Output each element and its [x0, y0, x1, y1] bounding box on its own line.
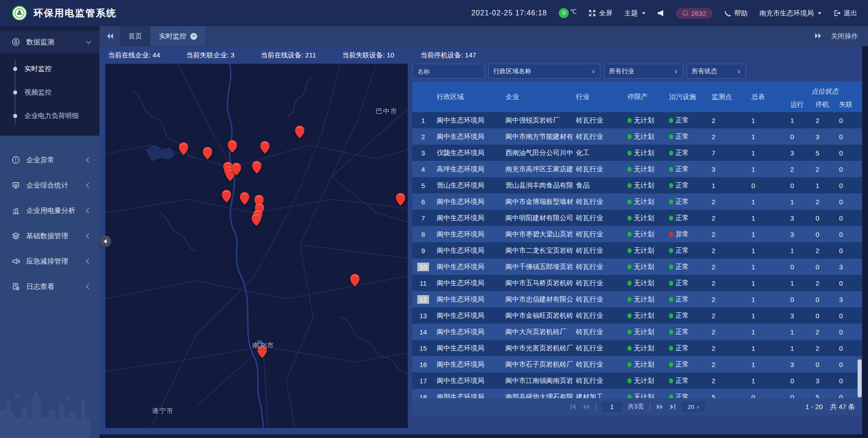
page-size-select[interactable]: 20 ∨: [682, 401, 705, 412]
status-select[interactable]: 所有状态∨: [687, 64, 746, 79]
table-row[interactable]: 2阆中生态环境局阆中市南方节能建材有砖瓦行业无计划正常21030: [412, 128, 862, 145]
map-pin[interactable]: [222, 190, 231, 204]
map-pin[interactable]: [295, 126, 305, 140]
map-pin[interactable]: [251, 213, 261, 228]
cell-stop: 0: [813, 214, 836, 222]
table-row[interactable]: 7阆中生态环境局阆中明阳建材有限公司砖瓦行业无计划正常21300: [412, 210, 862, 226]
cell-region: 阆中生态环境局: [434, 344, 503, 353]
tab-label: 实时监控: [159, 32, 186, 41]
map-pin[interactable]: [260, 141, 270, 155]
sidebar-subitem[interactable]: 视频监控: [0, 80, 99, 104]
tab-首页[interactable]: 首页: [120, 26, 150, 46]
table-row[interactable]: 1阆中生态环境局阆中强锐页岩砖厂砖瓦行业无计划正常21120: [412, 112, 862, 128]
cell-lost: 0: [836, 231, 862, 238]
logout-button[interactable]: 退出: [833, 9, 857, 18]
notifications-badge[interactable]: 2632: [676, 8, 712, 19]
filters: 行政区域名称∨ 所有行业∨ 所有状态∨: [412, 64, 862, 79]
chevron-down-icon: [86, 38, 91, 43]
first-page-button[interactable]: [570, 404, 576, 410]
cell-company: 阆中市忠信建材有限公: [503, 295, 573, 304]
table-row[interactable]: 11阆中生态环境局阆中市五马桥页岩机砖砖瓦行业无计划正常21120: [412, 275, 862, 291]
tabs-scroll-right-button[interactable]: [814, 33, 822, 40]
table-row[interactable]: 12阆中生态环境局阆中市忠信建材有限公砖瓦行业无计划正常21003: [412, 291, 862, 307]
next-page-button[interactable]: [656, 404, 664, 410]
col-company: 企业: [503, 81, 573, 112]
table-row[interactable]: 14阆中生态环境局阆中大兴页岩机砖厂砖瓦行业无计划正常21120: [412, 324, 862, 340]
tab-实时监控[interactable]: 实时监控✕: [151, 26, 205, 46]
close-icon[interactable]: ✕: [190, 33, 197, 40]
table-scrollbar[interactable]: [858, 359, 862, 397]
chevron-down-icon: [818, 12, 821, 14]
cell-meter: 1: [749, 247, 788, 254]
sidebar-item-label: 企业用电量分析: [26, 206, 75, 216]
map-pin[interactable]: [252, 161, 261, 175]
table-row[interactable]: 10阆中生态环境局阆中千佛镇五郎垭页岩砖瓦行业无计划正常21003: [412, 259, 862, 275]
prev-page-button[interactable]: [582, 404, 590, 410]
cell-industry: 砖瓦行业: [573, 214, 625, 222]
cell-stop: 3: [813, 133, 836, 141]
close-operations-button[interactable]: 关闭操作: [831, 32, 858, 41]
cell-facility: 异常: [666, 230, 709, 239]
page-number-input[interactable]: [602, 401, 622, 412]
table-body: 1阆中生态环境局阆中强锐页岩砖厂砖瓦行业无计划正常211202阆中生态环境局阆中…: [412, 112, 862, 398]
sidebar-item-2[interactable]: 企业综合统计: [0, 173, 99, 198]
table-row[interactable]: 5营山生态环境局营山县润丰肉食品有限食品无计划正常10010: [412, 177, 862, 193]
table-row[interactable]: 4高坪生态环境局南充市高坪区王家店建砖瓦行业无计划正常31220: [412, 161, 862, 177]
table-row[interactable]: 3仪陇生态环境局西南油气田分公司川中化工无计划正常71350: [412, 145, 862, 161]
map-roads: [105, 64, 408, 428]
table-row[interactable]: 13阆中生态环境局阆中市金福旺页岩机砖砖瓦行业无计划正常21300: [412, 307, 862, 324]
status-dot-icon: [627, 378, 632, 383]
map-pin[interactable]: [240, 192, 249, 207]
theme-menu[interactable]: 主题: [624, 9, 646, 18]
sidebar-item-6[interactable]: 日志查看: [0, 274, 99, 299]
map-pin[interactable]: [179, 142, 188, 157]
map-pin[interactable]: [396, 193, 405, 207]
sidebar-item-5[interactable]: 应急减排管理: [0, 249, 99, 274]
table-row[interactable]: 6阆中生态环境局阆中市金博瑞新型墙材砖瓦行业无计划正常21120: [412, 193, 862, 210]
map-pin[interactable]: [227, 140, 237, 155]
industry-select[interactable]: 所有行业∨: [604, 64, 683, 79]
sidebar-collapse-button[interactable]: [99, 235, 111, 247]
sidebar-item-3[interactable]: 企业用电量分析: [0, 198, 99, 223]
cell-facility: 正常: [666, 393, 709, 399]
col-index: [412, 81, 434, 112]
sidebar-subitem[interactable]: 实时监控: [0, 57, 99, 80]
region-select[interactable]: 行政区域名称∨: [488, 64, 600, 79]
tabs-scroll-left-button[interactable]: [99, 26, 120, 46]
cell-run: 0: [788, 133, 813, 141]
cell-industry: 砖瓦行业: [573, 279, 625, 287]
sidebar-subitem[interactable]: 企业电力负荷明细: [0, 104, 99, 127]
cell-lost: 0: [836, 198, 862, 206]
status-dot-icon: [669, 167, 673, 172]
sidebar-item-0[interactable]: 数据监测: [0, 31, 99, 53]
cell-limit: 无计划: [625, 181, 666, 190]
status-dot-icon: [627, 167, 632, 172]
sidebar-item-1[interactable]: 企业异常: [0, 147, 99, 173]
help-button[interactable]: 帮助: [724, 9, 748, 18]
status-dot-icon: [669, 378, 673, 383]
sidebar-item-label: 基础数据管理: [26, 231, 68, 241]
status-dot-icon: [627, 199, 632, 204]
map-pin[interactable]: [203, 147, 212, 161]
org-menu[interactable]: 南充市生态环境局: [760, 9, 821, 18]
cell-limit: 无计划: [625, 295, 666, 304]
last-page-button[interactable]: [670, 404, 676, 410]
map-pin[interactable]: [232, 163, 241, 177]
table-row[interactable]: 16阆中生态环境局阆中市石子页岩机砖厂砖瓦行业无计划正常21300: [412, 356, 862, 372]
fullscreen-button[interactable]: 全屏: [589, 9, 613, 18]
sound-toggle[interactable]: [657, 9, 664, 17]
map[interactable]: 巴中市南充市遂宁市: [105, 64, 408, 428]
cell-company: 阆中明阳建材有限公司: [503, 214, 573, 222]
sidebar-item-4[interactable]: 基础数据管理: [0, 223, 99, 249]
cell-points: 2: [709, 247, 749, 254]
cell-points: 3: [709, 165, 749, 173]
map-pin[interactable]: [350, 274, 359, 288]
table-row[interactable]: 17阆中生态环境局阆中市江南镇阆南页岩砖瓦行业无计划正常21030: [412, 372, 862, 389]
name-filter-input[interactable]: [412, 64, 485, 79]
table-row[interactable]: 18南部生态环境局南部县砚华大理石有限公建材加工无计划正常50050: [412, 389, 862, 398]
table-row[interactable]: 9阆中生态环境局阆中市二龙长宝页岩砖砖瓦行业无计划正常21120: [412, 242, 862, 259]
cell-stop: 0: [813, 312, 836, 320]
alert-icon: [12, 156, 20, 164]
table-row[interactable]: 15阆中生态环境局阆中市光富页岩机砖厂砖瓦行业无计划正常21120: [412, 340, 862, 356]
table-row[interactable]: 8阆中生态环境局阆中市枣碧大梁山页岩砖瓦行业无计划异常21300: [412, 226, 862, 242]
